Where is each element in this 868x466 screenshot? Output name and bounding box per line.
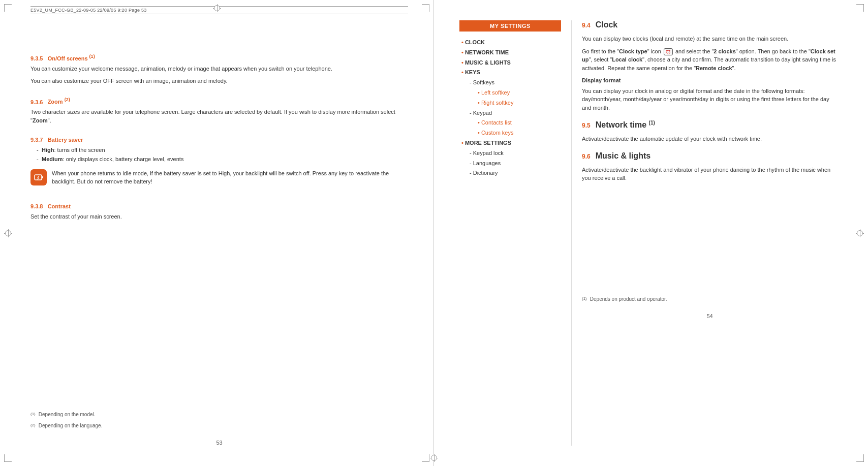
section-9-4-para2: Go first to the "Clock type" icon ⏰ and … xyxy=(582,47,838,73)
menu-sub2-left-softkey: • Left softkey xyxy=(459,88,561,98)
section-9-6-para1: Activate/deactivate the backlight and vi… xyxy=(582,166,838,182)
footnote-1: (1) Depending on the model. xyxy=(30,412,408,418)
menu-item-keys: KEYS xyxy=(459,68,561,78)
right-page-number: 54 xyxy=(582,303,838,319)
crosshair-top xyxy=(213,4,221,12)
clock-type-icon: ⏰ xyxy=(664,48,673,55)
section-9-4-heading: 9.4 Clock xyxy=(582,20,838,29)
section-9-3-5-heading: 9.3.5 On/Off screens (1) xyxy=(30,54,408,61)
section-9-4-para3: You can display your clock in analog or … xyxy=(582,87,838,112)
menu-item-network-time: NETWORK TIME xyxy=(459,48,561,58)
section-9-4: 9.4 Clock You can display two clocks (lo… xyxy=(582,20,838,112)
menu-sub-dictionary: - Dictionary xyxy=(459,168,561,178)
corner-br xyxy=(422,454,429,462)
section-9-3-7: 9.3.7 Battery saver High: turns off the … xyxy=(30,129,408,195)
menu-item-more-settings: MORE SETTINGS xyxy=(459,138,561,148)
section-9-3-5-para2: You can also customize your OFF screen w… xyxy=(30,77,408,85)
menu-item-clock: CLOCK xyxy=(459,38,561,48)
left-page-number: 53 xyxy=(30,429,408,446)
section-9-6-heading: 9.6 Music & lights xyxy=(582,151,838,161)
section-9-3-5-para1: You can customize your welcome message, … xyxy=(30,65,408,73)
section-9-3-6: 9.3.6 Zoom (2) Two character sizes are a… xyxy=(30,89,408,129)
content-column: 9.4 Clock You can display two clocks (lo… xyxy=(571,20,838,446)
crosshair-right xyxy=(856,229,864,237)
warning-icon xyxy=(30,169,47,185)
display-format-subheading: Display format xyxy=(582,76,838,85)
menu-sub-languages: - Languages xyxy=(459,159,561,169)
right-corner-br xyxy=(856,454,864,462)
bullet-medium: Medium: only displays clock, battery cha… xyxy=(37,155,408,164)
menu-sub-keypad: - Keypad xyxy=(459,108,561,118)
settings-header: MY SETTINGS xyxy=(459,20,561,32)
section-9-4-para1: You can display two clocks (local and re… xyxy=(582,35,838,43)
section-9-3-8-heading: 9.3.8 Contrast xyxy=(30,203,408,209)
section-9-3-7-heading: 9.3.7 Battery saver xyxy=(30,137,408,143)
menu-sub-keypad-lock: - Keypad lock xyxy=(459,148,561,159)
battery-saver-list: High: turns off the screen Medium: only … xyxy=(37,146,408,164)
crosshair-bottom xyxy=(430,454,438,462)
warning-text: When your phone returns to idle mode, if… xyxy=(52,169,408,186)
svg-rect-1 xyxy=(42,176,43,178)
section-9-3-8: 9.3.8 Contrast Set the contrast of your … xyxy=(30,195,408,225)
right-page: MY SETTINGS CLOCK NETWORK TIME MUSIC & L… xyxy=(434,0,868,466)
right-corner-tr xyxy=(856,4,864,12)
right-corner-bl xyxy=(4,454,12,462)
right-corner-tl xyxy=(4,4,12,12)
section-9-3-6-para1: Two character sizes are available for yo… xyxy=(30,108,408,125)
warning-box: When your phone returns to idle mode, if… xyxy=(30,169,408,190)
section-9-3-5: 9.3.5 On/Off screens (1) You can customi… xyxy=(30,46,408,89)
menu-sub-softkeys: - Softkeys xyxy=(459,78,561,88)
section-9-3-6-heading: 9.3.6 Zoom (2) xyxy=(30,98,408,105)
section-9-5-para1: Activate/deactivate the automatic update… xyxy=(582,135,838,143)
section-9-6: 9.6 Music & lights Activate/deactivate t… xyxy=(582,151,838,182)
left-footnotes: (1) Depending on the model. (2) Dependin… xyxy=(30,408,408,429)
menu-sub2-contacts-list: • Contacts list xyxy=(459,118,561,128)
right-footnote-area: (1) Depends on product and operator. xyxy=(582,191,838,303)
footnote-2: (2) Depending on the language. xyxy=(30,423,408,429)
corner-tr xyxy=(422,4,429,12)
battery-icon xyxy=(34,172,44,182)
menu-sub2-custom-keys: • Custom keys xyxy=(459,128,561,138)
bullet-high: High: turns off the screen xyxy=(37,146,408,155)
section-9-5-heading: 9.5 Network time (1) xyxy=(582,120,838,130)
page-header-text: E5V2_UM_FCC-GB_22-09-05 22/09/05 9:20 Pa… xyxy=(30,8,147,13)
crosshair-left xyxy=(4,229,12,237)
section-9-3-8-para1: Set the contrast of your main screen. xyxy=(30,212,408,221)
menu-item-music-lights: MUSIC & LIGHTS xyxy=(459,58,561,68)
left-page: E5V2_UM_FCC-GB_22-09-05 22/09/05 9:20 Pa… xyxy=(0,0,434,466)
menu-sub2-right-softkey: • Right softkey xyxy=(459,98,561,108)
section-9-5: 9.5 Network time (1) Activate/deactivate… xyxy=(582,120,838,143)
right-footnote-1: (1) Depends on product and operator. xyxy=(582,296,838,303)
settings-column: MY SETTINGS CLOCK NETWORK TIME MUSIC & L… xyxy=(459,20,571,446)
